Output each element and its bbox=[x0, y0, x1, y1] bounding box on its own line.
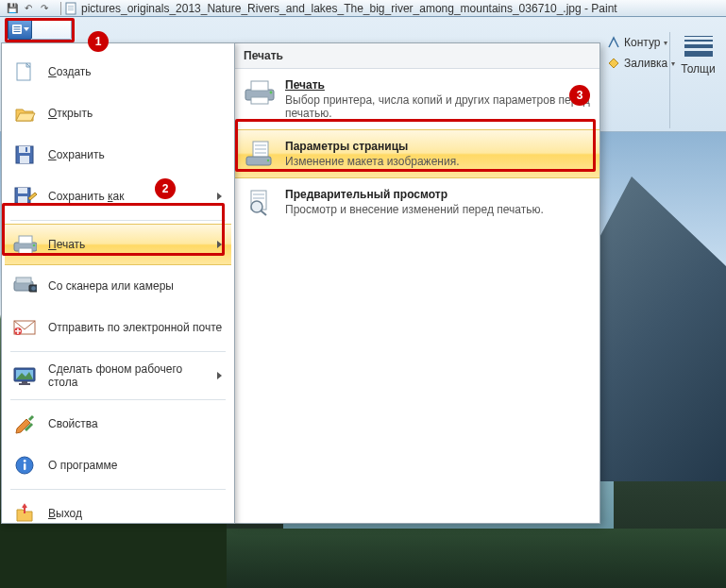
menu-item-about[interactable]: О программе bbox=[5, 445, 231, 486]
submenu-item-print[interactable]: Печать Выбор принтера, числа копий и дру… bbox=[234, 69, 599, 129]
svg-line-49 bbox=[261, 210, 266, 215]
menu-label-properties: Свойства bbox=[48, 417, 224, 430]
submenu-item-page-setup[interactable]: Параметры страницы Изменение макета изоб… bbox=[234, 129, 599, 178]
step-badge-2: 2 bbox=[155, 178, 176, 199]
chevron-right-icon bbox=[217, 372, 222, 379]
fill-icon bbox=[607, 57, 620, 70]
menu-label-email: Отправить по электронной почте bbox=[48, 321, 224, 334]
info-icon bbox=[12, 453, 37, 478]
outline-icon bbox=[607, 36, 620, 49]
chevron-right-icon bbox=[217, 193, 222, 200]
svg-rect-15 bbox=[18, 196, 27, 203]
properties-icon bbox=[12, 412, 37, 436]
menu-separator-1 bbox=[10, 220, 226, 221]
svg-rect-21 bbox=[16, 277, 31, 283]
svg-point-44 bbox=[267, 160, 269, 161]
svg-rect-30 bbox=[22, 381, 27, 383]
svg-rect-3 bbox=[68, 9, 74, 10]
svg-rect-18 bbox=[19, 248, 32, 254]
outline-button[interactable]: Контур ▾ bbox=[603, 34, 669, 51]
open-folder-icon bbox=[12, 101, 37, 126]
menu-separator-2 bbox=[10, 351, 226, 352]
menu-separator-3 bbox=[10, 399, 226, 400]
menu-separator-4 bbox=[10, 489, 226, 490]
printer-icon bbox=[12, 232, 37, 257]
menu-label-saveas: Сохранить как bbox=[48, 190, 206, 203]
submenu-page-setup-desc: Изменение макета изображения. bbox=[285, 155, 590, 168]
menu-label-open: Открыть bbox=[48, 107, 224, 120]
ribbon-right-groups: Контур ▾ Заливка ▾ Толщи bbox=[603, 28, 726, 132]
svg-rect-6 bbox=[13, 29, 20, 30]
chevron-down-icon bbox=[24, 27, 29, 31]
menu-item-create[interactable]: Создать bbox=[5, 51, 231, 92]
menu-item-saveas[interactable]: Сохранить как bbox=[5, 176, 231, 217]
svg-rect-17 bbox=[19, 236, 32, 244]
menu-label-print: Печать bbox=[48, 238, 206, 251]
step-badge-1: 1 bbox=[88, 31, 109, 52]
svg-rect-33 bbox=[24, 463, 25, 470]
menu-item-email[interactable]: Отправить по электронной почте bbox=[5, 307, 231, 348]
menu-item-open[interactable]: Открыть bbox=[5, 92, 231, 134]
file-menu: Создать Открыть Сохранить Сохранить как … bbox=[1, 42, 235, 524]
save-icon bbox=[12, 143, 37, 167]
menu-label-create: Создать bbox=[48, 65, 224, 78]
fill-button[interactable]: Заливка ▾ bbox=[603, 55, 669, 72]
thickness-label: Толщи bbox=[681, 62, 715, 76]
menu-item-properties[interactable]: Свойства bbox=[5, 403, 231, 445]
menu-item-save[interactable]: Сохранить bbox=[5, 134, 231, 176]
document-icon bbox=[64, 1, 79, 16]
svg-point-34 bbox=[24, 460, 26, 462]
exit-icon bbox=[12, 501, 37, 526]
submenu-item-preview[interactable]: Предварительный просмотр Просмотр и внес… bbox=[234, 178, 599, 226]
svg-rect-46 bbox=[253, 193, 264, 195]
qat-save-icon[interactable]: 💾 bbox=[5, 1, 20, 16]
svg-rect-10 bbox=[19, 146, 30, 153]
fill-label: Заливка bbox=[624, 57, 667, 70]
menu-label-about: О программе bbox=[48, 459, 224, 472]
svg-rect-27 bbox=[17, 328, 19, 334]
menu-item-scanner[interactable]: Со сканера или камеры bbox=[5, 265, 231, 307]
wallpaper-icon bbox=[12, 363, 37, 388]
menu-label-scanner: Со сканера или камеры bbox=[48, 279, 224, 293]
svg-rect-41 bbox=[255, 148, 266, 150]
svg-rect-40 bbox=[255, 144, 266, 146]
svg-rect-36 bbox=[251, 81, 268, 91]
menu-item-print[interactable]: Печать bbox=[5, 224, 231, 265]
step-badge-3: 3 bbox=[569, 85, 590, 106]
menu-label-save: Сохранить bbox=[48, 148, 224, 161]
submenu-preview-desc: Просмотр и внесение изменений перед печа… bbox=[285, 203, 590, 216]
new-file-icon bbox=[12, 59, 37, 84]
ribbon-group-shapes: Контур ▾ Заливка ▾ bbox=[603, 28, 669, 132]
chevron-right-icon bbox=[217, 241, 222, 248]
qat-undo-icon[interactable]: ↶ bbox=[21, 1, 36, 16]
app-menu-button[interactable] bbox=[8, 19, 32, 40]
thickness-icon bbox=[684, 36, 713, 57]
title-bar: 💾 ↶ ↷ pictures_originals_2013_Nature_Riv… bbox=[0, 0, 726, 17]
svg-rect-5 bbox=[13, 26, 20, 27]
svg-rect-42 bbox=[255, 152, 266, 154]
menu-item-wallpaper[interactable]: Сделать фоном рабочего стола bbox=[5, 355, 231, 396]
menu-item-exit[interactable]: Выход bbox=[5, 493, 231, 534]
ribbon-group-thickness[interactable]: Толщи bbox=[670, 28, 726, 132]
svg-point-23 bbox=[31, 286, 35, 290]
preview-icon bbox=[244, 188, 276, 216]
submenu-print-title: Печать bbox=[285, 78, 590, 92]
svg-rect-11 bbox=[20, 156, 29, 163]
svg-point-19 bbox=[33, 244, 36, 247]
print-submenu-header: Печать bbox=[234, 43, 599, 69]
svg-rect-7 bbox=[13, 31, 20, 32]
qat-divider bbox=[60, 2, 61, 15]
save-as-icon bbox=[12, 184, 37, 209]
submenu-page-setup-title: Параметры страницы bbox=[285, 140, 590, 153]
email-icon bbox=[12, 315, 37, 340]
qat-redo-icon[interactable]: ↷ bbox=[37, 1, 52, 16]
menu-label-wallpaper: Сделать фоном рабочего стола bbox=[48, 362, 206, 389]
printer-large-icon bbox=[244, 78, 276, 107]
svg-rect-14 bbox=[18, 188, 27, 193]
svg-rect-1 bbox=[68, 6, 74, 7]
svg-rect-47 bbox=[253, 197, 264, 199]
recent-tab-button[interactable] bbox=[32, 19, 72, 40]
scanner-icon bbox=[12, 274, 37, 298]
svg-rect-12 bbox=[25, 147, 27, 152]
svg-rect-2 bbox=[68, 8, 74, 8]
